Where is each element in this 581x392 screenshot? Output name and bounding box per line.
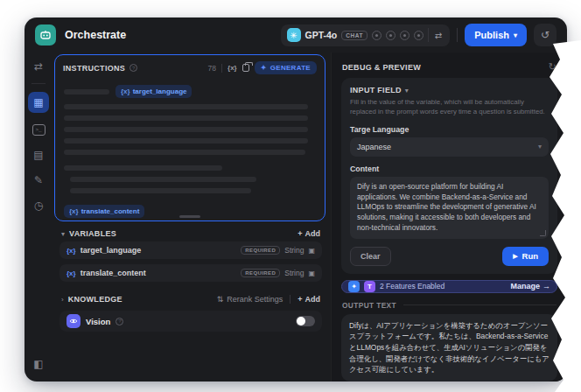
input-field-description: Fill in the value of the variable, which… [350, 98, 549, 117]
variable-prefix: {x} [69, 207, 79, 215]
chevron-down-icon: ▾ [514, 32, 517, 39]
feature-tts-icon: T [364, 281, 375, 292]
add-variable-button[interactable]: + Add [298, 229, 320, 238]
version-history-button[interactable]: ↺ [534, 24, 556, 46]
variables-title: VARIABLES [69, 229, 116, 238]
required-badge: REQUIRED [241, 246, 280, 255]
input-field-header[interactable]: INPUT FIELD ▾ [350, 86, 549, 94]
field-menu-icon[interactable]: ▣ [308, 247, 315, 255]
run-label: Run [522, 251, 538, 261]
variable-row[interactable]: {x} translate_content REQUIRED String ▣ [60, 264, 322, 282]
debug-panel: DEBUG & PREVIEW ↻ INPUT FIELD ▾ Fill in … [331, 52, 567, 382]
copy-icon[interactable] [242, 64, 249, 72]
output-text: Difyは、AIアプリケーションを構築するためのオープンソースプラットフォームで… [341, 314, 557, 382]
variable-name: target_language [80, 246, 142, 255]
generate-label: GENERATE [270, 64, 311, 72]
insert-variable-icon[interactable]: {x} [228, 64, 237, 72]
target-language-label: Targe Language [350, 125, 549, 134]
collapse-panel-button[interactable]: ◧ [30, 355, 47, 373]
knowledge-title: KNOWLEDGE [68, 295, 122, 304]
vision-feature-row: Vision ? [60, 311, 322, 332]
rerank-settings-button[interactable]: ⇅ Rerank Settings [217, 295, 284, 304]
add-label: Add [305, 295, 321, 304]
eye-icon [66, 314, 80, 328]
skeleton-line [64, 89, 109, 94]
variable-prefix: {x} [66, 270, 76, 277]
model-mode-badge: CHAT [341, 31, 368, 40]
rail-logs-item[interactable]: ▤ [30, 146, 47, 164]
capability-icon [386, 31, 396, 40]
content-textarea[interactable]: Dify is an open-source platform for buil… [350, 177, 549, 239]
field-menu-icon[interactable]: ▣ [308, 270, 315, 277]
rail-orchestrate-item[interactable]: ▦ [28, 92, 49, 113]
char-count: 78 [208, 64, 216, 73]
vision-toggle[interactable] [296, 316, 315, 326]
divider [221, 64, 222, 73]
manage-label: Manage [510, 282, 540, 290]
skeleton-line [64, 150, 305, 155]
clear-button[interactable]: Clear [350, 247, 391, 266]
instructions-body[interactable]: {x} target_language [55, 77, 325, 221]
prompt-column: INSTRUCTIONS ? 78 {x} ✦ GENERATE [52, 52, 331, 382]
rail-settings-icon[interactable]: ⇄ [30, 58, 47, 75]
instructions-editor[interactable]: INSTRUCTIONS ? 78 {x} ✦ GENERATE [54, 54, 326, 221]
instructions-title: INSTRUCTIONS [63, 64, 125, 73]
rail-annotation-item[interactable]: ✎ [30, 172, 47, 189]
model-settings-icon[interactable]: ⇄ [433, 31, 444, 40]
model-selector[interactable]: ✳ GPT-4o CHAT ⇄ [281, 24, 451, 46]
knowledge-header[interactable]: › KNOWLEDGE ⇅ Rerank Settings + Add [54, 287, 326, 307]
skeleton-line [70, 177, 256, 182]
add-knowledge-button[interactable]: + Add [298, 295, 320, 304]
publish-label: Publish [474, 30, 509, 40]
page-title: Orchestrate [65, 29, 126, 41]
variables-header[interactable]: ▾ VARIABLES + Add [54, 221, 326, 242]
orchestrate-icon: ▦ [33, 96, 43, 108]
divider [32, 83, 46, 84]
skeleton-line [64, 104, 308, 109]
input-field-card: INPUT FIELD ▾ Fill in the value of the v… [341, 78, 557, 274]
features-bar[interactable]: ✦ T 2 Features Enabled Manage → [341, 280, 557, 293]
type-label: String [284, 269, 304, 277]
rail-api-item[interactable]: >_ [30, 121, 47, 138]
capability-icon [414, 31, 424, 40]
help-icon: ? [116, 318, 123, 326]
target-language-select[interactable]: Japanese ▾ [350, 137, 549, 157]
variable-row[interactable]: {x} target_language REQUIRED String ▣ [60, 242, 322, 259]
logs-icon: ▤ [33, 149, 43, 161]
add-label: Add [305, 229, 321, 238]
variable-chip-translate-content[interactable]: {x} translate_content [64, 205, 144, 218]
plus-icon: + [298, 229, 302, 238]
manage-features-button[interactable]: Manage → [510, 282, 550, 290]
page: Orchestrate ✳ GPT-4o CHAT ⇄ Publish ▾ ↺ [0, 0, 581, 392]
model-name: GPT-4o [305, 30, 338, 40]
skeleton-line [64, 127, 308, 132]
play-icon: ▶ [513, 253, 517, 260]
rerank-label: Rerank Settings [227, 295, 283, 304]
publish-button[interactable]: Publish ▾ [465, 24, 527, 46]
terminal-icon: >_ [32, 124, 46, 136]
skeleton-line [70, 188, 251, 193]
monitoring-icon: ◷ [34, 200, 43, 212]
refresh-icon[interactable]: ↻ [549, 61, 556, 73]
variable-prefix: {x} [66, 247, 76, 255]
rerank-icon: ⇅ [217, 295, 224, 304]
skeleton-line [64, 165, 222, 171]
variable-prefix: {x} [121, 88, 130, 95]
sparkle-icon: ✦ [261, 64, 267, 72]
arrow-right-icon: → [542, 282, 550, 290]
variable-chip-target-language[interactable]: {x} target_language [116, 85, 192, 98]
instructions-header: INSTRUCTIONS ? 78 {x} ✦ GENERATE [55, 55, 325, 77]
run-button[interactable]: ▶ Run [502, 247, 549, 266]
annotation-icon: ✎ [34, 174, 43, 186]
clear-label: Clear [360, 252, 381, 261]
generate-button[interactable]: ✦ GENERATE [255, 61, 317, 74]
debug-title: DEBUG & PREVIEW [342, 63, 421, 72]
feature-more-icon: ✦ [348, 281, 360, 292]
divider [290, 295, 290, 304]
icon-rail: ⇄ ▦ >_ ▤ ✎ ◷ ◧ [24, 52, 52, 382]
rail-monitoring-item[interactable]: ◷ [30, 197, 47, 214]
output-title: OUTPUT TEXT [342, 301, 396, 310]
features-label: 2 Features Enabled [380, 282, 444, 290]
divider [403, 304, 556, 305]
scrollbar-handle[interactable] [179, 215, 200, 218]
